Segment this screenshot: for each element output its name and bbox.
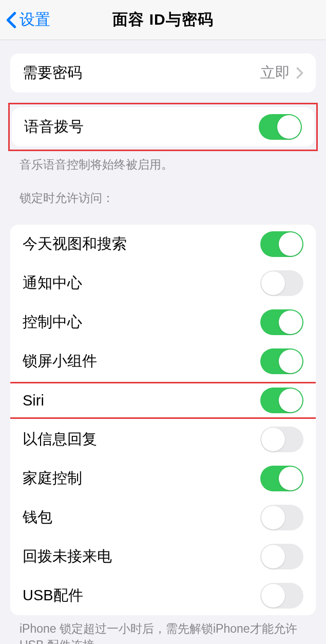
chevron-left-icon — [6, 11, 16, 29]
lock-access-row: 以信息回复 — [10, 420, 316, 459]
toggle-knob — [261, 584, 285, 608]
lock-access-footer: iPhone 锁定超过一小时后，需先解锁iPhone才能允许USB 配件连接。 — [0, 615, 326, 644]
list-item: USB配件 — [10, 576, 316, 615]
lock-access-toggle[interactable] — [260, 348, 303, 374]
lock-access-label: 钱包 — [23, 507, 52, 528]
lock-access-label: 以信息回复 — [23, 429, 97, 450]
back-label: 设置 — [20, 9, 50, 30]
lock-access-toggle[interactable] — [260, 388, 303, 413]
require-passcode-value: 立即 — [260, 63, 303, 83]
lock-access-toggle[interactable] — [260, 505, 303, 530]
lock-access-toggle[interactable] — [260, 544, 303, 569]
voice-dial-row: 语音拨号 — [12, 107, 314, 146]
require-passcode-row[interactable]: 需要密码 立即 — [10, 53, 316, 93]
lock-access-toggle[interactable] — [260, 231, 303, 257]
toggle-knob — [279, 310, 302, 334]
toggle-knob — [261, 506, 285, 529]
toggle-knob — [279, 232, 302, 256]
lock-access-label: 通知中心 — [23, 273, 82, 293]
voice-dial-toggle[interactable] — [259, 114, 302, 140]
lock-access-label: 锁屏小组件 — [23, 351, 97, 372]
voice-dial-highlight: 语音拨号 — [8, 103, 318, 151]
list-item: 家庭控制 — [10, 459, 316, 498]
lock-access-label: 回拨未接来电 — [23, 546, 112, 567]
lock-access-label: USB配件 — [23, 585, 83, 606]
list-item: 回拨未接来电 — [10, 537, 316, 576]
toggle-knob — [279, 349, 302, 373]
lock-access-toggle[interactable] — [260, 309, 303, 335]
navigation-bar: 设置 面容 ID与密码 — [0, 0, 326, 40]
voice-dial-label: 语音拨号 — [24, 117, 84, 137]
lock-access-row: 通知中心 — [10, 264, 316, 303]
lock-access-label: 今天视图和搜索 — [23, 234, 127, 254]
lock-access-row: 锁屏小组件 — [10, 342, 316, 381]
require-passcode-value-text: 立即 — [260, 63, 290, 83]
toggle-knob — [277, 115, 301, 139]
list-item: 钱包 — [10, 498, 316, 537]
list-item: 锁屏小组件 — [10, 342, 316, 381]
lock-access-header: 锁定时允许访问： — [0, 173, 326, 211]
lock-access-group: 今天视图和搜索通知中心控制中心锁屏小组件Siri以信息回复家庭控制钱包回拨未接来… — [10, 225, 316, 615]
list-item: 今天视图和搜索 — [10, 225, 316, 264]
lock-access-label: Siri — [23, 392, 44, 409]
lock-access-row: 控制中心 — [10, 303, 316, 342]
require-passcode-group: 需要密码 立即 — [10, 53, 316, 93]
require-passcode-label: 需要密码 — [23, 63, 82, 83]
list-item: 通知中心 — [10, 264, 316, 303]
lock-access-row: USB配件 — [10, 576, 316, 615]
lock-access-row: 回拨未接来电 — [10, 537, 316, 576]
lock-access-row: Siri — [10, 381, 316, 420]
list-item: 控制中心 — [10, 303, 316, 342]
lock-access-toggle[interactable] — [260, 466, 303, 491]
toggle-knob — [261, 428, 285, 451]
voice-dial-footer: 音乐语音控制将始终被启用。 — [0, 151, 326, 173]
page-title: 面容 ID与密码 — [112, 9, 213, 30]
lock-access-label: 控制中心 — [23, 312, 82, 333]
list-item: Siri — [10, 381, 316, 420]
lock-access-toggle[interactable] — [260, 583, 303, 609]
lock-access-toggle[interactable] — [260, 270, 303, 296]
chevron-right-icon — [296, 67, 303, 79]
lock-access-row: 今天视图和搜索 — [10, 225, 316, 264]
toggle-knob — [279, 467, 302, 490]
toggle-knob — [261, 271, 285, 295]
voice-dial-group: 语音拨号 — [12, 107, 314, 146]
toggle-knob — [279, 389, 302, 412]
lock-access-toggle[interactable] — [260, 427, 303, 452]
back-button[interactable]: 设置 — [0, 9, 50, 30]
list-item: 以信息回复 — [10, 420, 316, 459]
toggle-knob — [261, 545, 285, 568]
lock-access-label: 家庭控制 — [23, 468, 82, 489]
lock-access-row: 钱包 — [10, 498, 316, 537]
lock-access-row: 家庭控制 — [10, 459, 316, 498]
